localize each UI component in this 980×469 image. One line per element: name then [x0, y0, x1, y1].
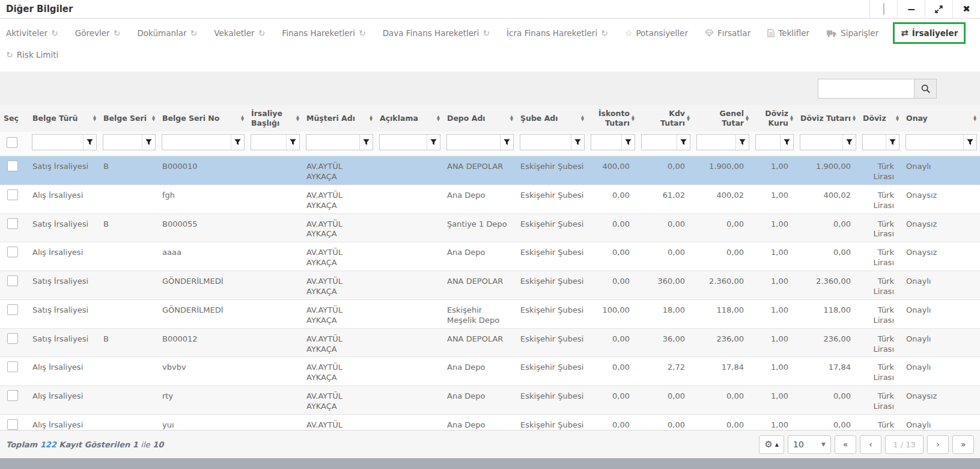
tab-fırsatlar[interactable]: Fırsatlar — [705, 28, 750, 38]
filter-input-doviz_kuru[interactable] — [756, 135, 780, 150]
filter-input-sube_adi[interactable] — [520, 135, 571, 150]
tab-görevler[interactable]: Görevler↻ — [75, 28, 121, 38]
filter-funnel-button[interactable] — [621, 135, 635, 150]
row-checkbox[interactable] — [7, 189, 18, 200]
row-checkbox[interactable] — [7, 361, 18, 372]
tab-dava-finans-hareketleri[interactable]: Dava Finans Hareketleri↻ — [383, 28, 490, 38]
table-row[interactable]: Alış İrsaliyesirtyAV.AYTÜL AYKAÇAAna Dep… — [0, 386, 980, 415]
tab-risk-limiti[interactable]: ↻Risk Limiti — [6, 50, 58, 60]
sort-icon[interactable]: ▲▼ — [152, 115, 155, 121]
sort-icon[interactable]: ▲▼ — [370, 115, 373, 121]
filter-input-doviz[interactable] — [863, 135, 886, 150]
filter-funnel-button[interactable] — [963, 135, 976, 150]
row-checkbox[interactable] — [7, 161, 18, 171]
column-header-doviz_kuru[interactable]: Döviz Kuru▲▼ — [752, 105, 797, 132]
filter-funnel-button[interactable] — [83, 135, 96, 150]
filter-input-irsaliye_basligi[interactable] — [251, 135, 286, 150]
filter-funnel-button[interactable] — [677, 135, 690, 150]
column-header-belge_turu[interactable]: Belge Türü▲▼ — [29, 105, 100, 132]
filter-input-depo_adi[interactable] — [447, 135, 500, 150]
column-header-irsaliye_basligi[interactable]: İrsaliye Başlığı▲▼ — [248, 105, 303, 132]
column-header-genel_tutar[interactable]: Genel Tutar▲▼ — [693, 105, 752, 132]
filter-input-genel_tutar[interactable] — [697, 135, 735, 150]
column-header-onay[interactable]: Onay▲▼ — [902, 105, 980, 132]
prev-page-button[interactable]: ‹ — [860, 435, 881, 454]
filter-input-aciklama[interactable] — [380, 135, 427, 150]
sort-icon[interactable]: ▲▼ — [687, 115, 690, 121]
filter-input-belge_seri[interactable] — [103, 135, 142, 150]
table-row[interactable]: Satış İrsaliyesiBB000012AV.AYTÜL AYKAÇAA… — [0, 328, 980, 357]
table-row[interactable]: Alış İrsaliyesivbvbvAV.AYTÜL AYKAÇAAna D… — [0, 357, 980, 386]
table-row[interactable]: Alış İrsaliyesiyuıAV.AYTÜL AYKAÇAAna Dep… — [0, 415, 980, 430]
filter-funnel-button[interactable] — [359, 135, 373, 150]
search-input[interactable] — [818, 79, 914, 99]
sort-icon[interactable]: ▲▼ — [581, 115, 584, 121]
table-row[interactable]: Satış İrsaliyesiGÖNDERİLMEDİAV.AYTÜL AYK… — [0, 299, 980, 328]
sort-icon[interactable]: ▲▼ — [853, 115, 856, 121]
sort-icon[interactable]: ▲▼ — [296, 115, 299, 121]
tab-i-rsaliyeler[interactable]: ⇄İrsaliyeler — [893, 22, 966, 44]
tab-aktiviteler[interactable]: Aktiviteler↻ — [6, 28, 58, 38]
filter-funnel-button[interactable] — [842, 135, 856, 150]
sort-icon[interactable]: ▲▼ — [510, 115, 513, 121]
column-header-belge_seri[interactable]: Belge Seri▲▼ — [100, 105, 159, 132]
restore-box-button[interactable] — [869, 0, 897, 18]
table-row[interactable]: Alış İrsaliyesifghAV.AYTÜL AYKAÇAAna Dep… — [0, 185, 980, 213]
column-header-aciklama[interactable]: Açıklama▲▼ — [376, 105, 443, 132]
filter-funnel-button[interactable] — [886, 135, 899, 150]
sort-icon[interactable]: ▲▼ — [896, 115, 899, 121]
search-button[interactable] — [914, 79, 937, 99]
tab-vekaletler[interactable]: Vekaletler↻ — [214, 28, 265, 38]
sort-icon[interactable]: ▲▼ — [746, 115, 749, 121]
filter-funnel-button[interactable] — [780, 135, 793, 150]
row-checkbox[interactable] — [7, 333, 18, 344]
minimize-button[interactable]: − — [897, 0, 925, 18]
column-header-doviz_tutari[interactable]: Döviz Tutarı▲▼ — [797, 105, 859, 132]
table-row[interactable]: Satış İrsaliyesiBB000055AV.AYTÜL AYKAÇAŞ… — [0, 213, 980, 242]
page-indicator[interactable]: 1 / 13 — [885, 435, 924, 454]
filter-input-iskonto_tutari[interactable] — [591, 135, 621, 150]
row-checkbox[interactable] — [7, 390, 18, 401]
tab-finans-hareketleri[interactable]: Finans Hareketleri↻ — [282, 28, 365, 38]
filter-input-belge_turu[interactable] — [32, 135, 83, 150]
filter-input-musteri_adi[interactable] — [306, 135, 359, 150]
tab-dokümanlar[interactable]: Dokümanlar↻ — [137, 28, 197, 38]
row-checkbox[interactable] — [7, 304, 18, 315]
grid-settings-button[interactable]: ⚙ ▲ — [759, 435, 784, 454]
column-header-sube_adi[interactable]: Şube Adı▲▼ — [517, 105, 588, 132]
sort-icon[interactable]: ▲▼ — [632, 115, 635, 121]
filter-input-doviz_tutari[interactable] — [800, 135, 842, 150]
filter-input-onay[interactable] — [906, 135, 963, 150]
row-checkbox[interactable] — [7, 419, 18, 430]
filter-funnel-button[interactable] — [571, 135, 584, 150]
page-size-select[interactable]: 10 ▼ — [788, 435, 831, 454]
column-header-iskonto_tutari[interactable]: İskonto Tutarı▲▼ — [588, 105, 638, 132]
column-header-musteri_adi[interactable]: Müşteri Adı▲▼ — [303, 105, 376, 132]
filter-funnel-button[interactable] — [142, 135, 155, 150]
tab-potansiyeller[interactable]: ☆Potansiyeller — [625, 28, 688, 38]
sort-icon[interactable]: ▲▼ — [437, 115, 440, 121]
filter-funnel-button[interactable] — [231, 135, 244, 150]
table-row[interactable]: Satış İrsaliyesiBB000010AV.AYTÜL AYKAÇAA… — [0, 156, 980, 185]
filter-input-belge_seri_no[interactable] — [162, 135, 231, 150]
tab-i-cra-finans-hareketleri[interactable]: İcra Finans Hareketleri↻ — [507, 28, 608, 38]
column-header-depo_adi[interactable]: Depo Adı▲▼ — [443, 105, 517, 132]
select-all-checkbox[interactable] — [7, 137, 17, 148]
next-page-button[interactable]: › — [927, 435, 949, 454]
column-header-belge_seri_no[interactable]: Belge Seri No▲▼ — [159, 105, 248, 132]
table-row[interactable]: Alış İrsaliyesiaaaaAV.AYTÜL AYKAÇAAna De… — [0, 242, 980, 271]
sort-icon[interactable]: ▲▼ — [241, 115, 244, 121]
sort-icon[interactable]: ▲▼ — [973, 115, 976, 121]
filter-funnel-button[interactable] — [427, 135, 440, 150]
sort-icon[interactable]: ▲▼ — [790, 115, 793, 121]
maximize-button[interactable] — [925, 0, 952, 18]
column-header-kdv_tutari[interactable]: Kdv Tutarı▲▼ — [638, 105, 693, 132]
sort-icon[interactable]: ▲▼ — [93, 115, 96, 121]
first-page-button[interactable]: « — [835, 435, 856, 454]
row-checkbox[interactable] — [7, 275, 18, 286]
tab-siparişler[interactable]: Siparişler — [826, 28, 878, 38]
filter-funnel-button[interactable] — [735, 135, 749, 150]
filter-funnel-button[interactable] — [500, 135, 513, 150]
row-checkbox[interactable] — [7, 218, 18, 229]
table-row[interactable]: Satış İrsaliyesiGÖNDERİLMEDİAV.AYTÜL AYK… — [0, 271, 980, 300]
